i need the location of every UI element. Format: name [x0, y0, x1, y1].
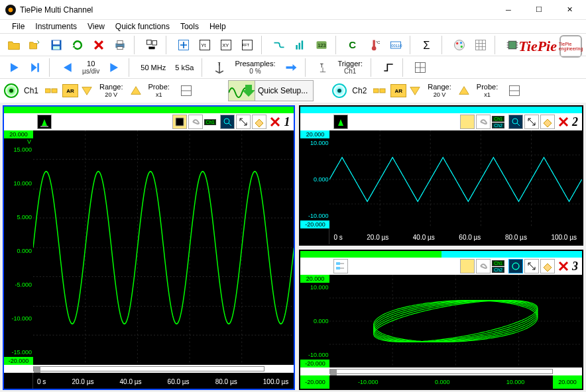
ch2-probe-display[interactable]: Probe:x1	[473, 83, 502, 99]
print-button[interactable]	[110, 36, 130, 54]
fft-graph-button[interactable]: FFT	[237, 36, 257, 54]
save-button[interactable]	[46, 36, 66, 54]
panel2-expand-icon[interactable]	[524, 115, 539, 129]
panel3-xy-zoom-icon[interactable]	[508, 259, 523, 273]
panel3-sources-icon[interactable]	[333, 259, 348, 273]
graph-panel-1[interactable]: Ch1 1 20.000 V 15.000 10.000 5.000 0.000…	[3, 105, 295, 390]
record-length-display[interactable]: 5 kSa	[171, 64, 198, 72]
menu-instruments[interactable]: Instruments	[30, 21, 82, 32]
sample-rate-display[interactable]: 50 MHz	[137, 64, 170, 72]
panel2-eraser-icon[interactable]	[540, 115, 555, 129]
ch1-probe-display[interactable]: Probe:x1	[145, 83, 174, 99]
play-once-button[interactable]	[25, 58, 45, 77]
panel3-note-icon[interactable]	[460, 259, 475, 273]
trigger-settings-icon[interactable]	[410, 58, 430, 77]
panel1-link-icon[interactable]	[188, 115, 203, 129]
trigger-position-icon[interactable]: T	[209, 58, 229, 77]
palette-button[interactable]	[449, 36, 469, 54]
panel1-plot[interactable]	[33, 130, 294, 365]
panel3-close-icon[interactable]	[556, 259, 571, 273]
panel3-hscroll[interactable]	[300, 368, 582, 375]
panel2-xaxis[interactable]: 0 s20.0 µs40.0 µs60.0 µs80.0 µs100.0 µs	[300, 228, 582, 244]
ch1-range-down-button[interactable]	[81, 85, 93, 97]
panel3-plot[interactable]	[329, 275, 582, 368]
ch2-indicator-icon[interactable]	[332, 83, 347, 98]
menu-quick-functions[interactable]: Quick functions	[110, 21, 175, 32]
trigger-edge-icon[interactable]	[379, 58, 398, 77]
play-button[interactable]	[4, 58, 24, 77]
panel2-toolbar: Ch1Ch2 2	[300, 113, 582, 130]
menu-view[interactable]: View	[82, 21, 110, 32]
delete-button[interactable]	[89, 36, 109, 54]
maximize-button[interactable]: ☐	[524, 0, 554, 19]
bars-button[interactable]	[290, 36, 310, 54]
sigma-button[interactable]: Σ	[418, 36, 438, 54]
ch2-ar-button[interactable]: AR	[390, 84, 406, 97]
panel1-close-icon[interactable]	[268, 115, 282, 129]
ch1-range-up-button[interactable]	[130, 85, 142, 97]
ch2-coupling-button[interactable]	[372, 84, 388, 97]
timebase-faster-button[interactable]	[105, 58, 125, 77]
panel3-xaxis[interactable]: -20.000 -10.000 0.000 10.000 20.000	[300, 375, 582, 389]
panel3-eraser-icon[interactable]	[540, 259, 555, 273]
panel1-cursor-icon[interactable]	[37, 115, 52, 129]
layout-arrange-button[interactable]	[142, 36, 162, 54]
ch2-range-display[interactable]: Range:20 V	[424, 83, 455, 99]
panel1-yaxis[interactable]: 20.000 V 15.000 10.000 5.000 0.000 -5.00…	[4, 130, 33, 365]
menu-tools[interactable]: Tools	[175, 21, 204, 32]
panel3-link-icon[interactable]	[476, 259, 491, 273]
graph-panel-2[interactable]: Ch1Ch2 2 20.000 10.000 0.000 -10.000 -20…	[299, 105, 583, 246]
panel3-expand-icon[interactable]	[524, 259, 539, 273]
panel2-plot[interactable]	[329, 130, 582, 228]
ch1-ar-button[interactable]: AR	[62, 84, 78, 97]
panel2-note-icon[interactable]	[460, 115, 475, 129]
menu-help[interactable]: Help	[204, 21, 231, 32]
refresh-button[interactable]	[68, 36, 88, 54]
ch1-indicator-icon[interactable]	[4, 83, 19, 98]
filter-button[interactable]	[269, 36, 289, 54]
ch2-range-up-button[interactable]	[458, 85, 470, 97]
svg-rect-63	[336, 262, 340, 265]
panel1-zoom-icon[interactable]	[220, 115, 235, 129]
minimize-button[interactable]: ─	[493, 0, 524, 19]
arrow-right-icon[interactable]	[281, 58, 301, 77]
temperature-button[interactable]: °C	[365, 36, 384, 54]
bus-button[interactable]: 00110	[386, 36, 406, 54]
trigger-source-display[interactable]: Trigger: Ch1	[334, 60, 367, 75]
timebase-display[interactable]: 10 µs/div	[78, 60, 103, 75]
open-settings-button[interactable]	[25, 36, 45, 54]
svg-rect-7	[152, 40, 157, 45]
settings-grid-button[interactable]	[471, 36, 491, 54]
c-button[interactable]: C	[343, 36, 363, 54]
ch2-range-down-button[interactable]	[409, 85, 421, 97]
ch1-coupling-button[interactable]	[44, 84, 60, 97]
menu-file[interactable]: File	[7, 21, 30, 32]
panel1-eraser-icon[interactable]	[252, 115, 266, 129]
add-graph-button[interactable]	[174, 36, 194, 54]
panel2-yaxis[interactable]: 20.000 10.000 0.000 -10.000 -20.000	[300, 130, 329, 228]
xy-graph-button[interactable]: XY	[216, 36, 236, 54]
yt-graph-button[interactable]: Yt	[195, 36, 215, 54]
open-button[interactable]	[4, 36, 24, 54]
panel3-yaxis[interactable]: 20.000 10.000 0.000 -10.000 -20.000	[300, 275, 329, 368]
panel2-cursor-icon[interactable]	[333, 115, 348, 129]
panel3-header-strip	[300, 251, 582, 258]
ch1-settings-button[interactable]	[176, 81, 196, 100]
panel1-note-icon[interactable]	[172, 115, 187, 129]
presamples-display[interactable]: Presamples: 0 %	[231, 60, 279, 75]
panel2-link-icon[interactable]	[476, 115, 491, 129]
close-button[interactable]: ✕	[554, 0, 585, 19]
panel2-zoom-icon[interactable]	[508, 115, 523, 129]
panel1-xaxis[interactable]: 0 s20.0 µs40.0 µs60.0 µs80.0 µs100.0 µs	[4, 373, 294, 389]
panel1-hscroll[interactable]	[4, 365, 294, 373]
graph-panel-3[interactable]: Ch1Ch2 3 20.000 10.000 0.000 -10.000 -20…	[299, 250, 583, 390]
svg-rect-33	[37, 63, 39, 72]
trigger-t-icon[interactable]: T	[313, 58, 333, 77]
panel2-close-icon[interactable]	[556, 115, 571, 129]
timebase-slower-button[interactable]	[57, 58, 77, 77]
panel1-expand-icon[interactable]	[236, 115, 251, 129]
quick-setup-button[interactable]: Quick Setup...	[228, 80, 314, 101]
ch2-settings-button[interactable]	[504, 81, 524, 100]
meter-button[interactable]: 123	[312, 36, 331, 54]
ch1-range-display[interactable]: Range:20 V	[95, 83, 127, 99]
